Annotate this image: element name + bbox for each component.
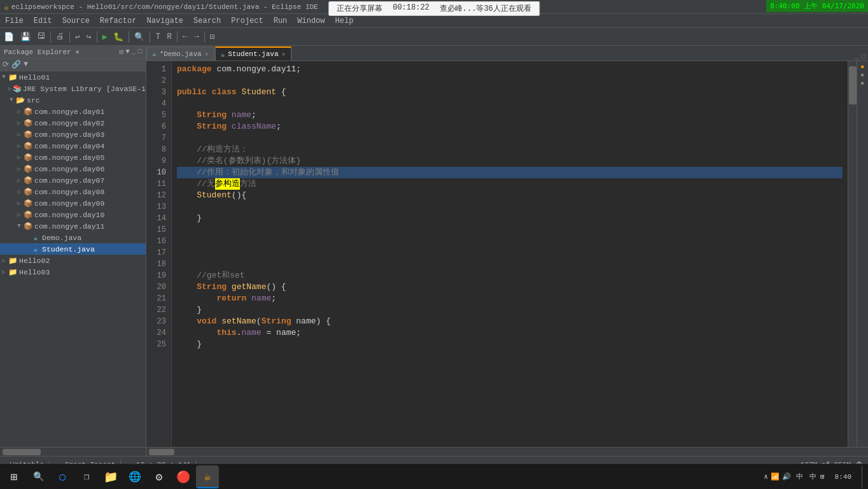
tray-lang-icon: 中 <box>794 472 806 481</box>
highlight-text-11: 参构造 <box>215 178 240 190</box>
tree-day06[interactable]: ▷ 📦 com.nongye.day06 <box>0 163 146 174</box>
tb-sep5 <box>150 31 150 43</box>
tray-up-icon[interactable]: ∧ <box>764 472 768 481</box>
menu-file[interactable]: File <box>0 14 29 27</box>
toolbar-open-type[interactable]: T <box>153 30 163 43</box>
taskview-button[interactable]: ❐ <box>75 465 98 488</box>
tree-hello03[interactable]: ▷ 📁 Hello03 <box>0 266 146 278</box>
tree-hello02[interactable]: ▷ 📁 Hello02 <box>0 255 146 266</box>
toolbar-perspectives[interactable]: ⊡ <box>207 30 218 44</box>
kw-string-5: String <box>197 110 227 121</box>
toolbar-save[interactable]: 💾 <box>18 30 33 44</box>
demo-tab-close[interactable]: ✕ <box>205 50 209 58</box>
label-jre: JRE System Library [JavaSE-1 <box>23 85 146 93</box>
taskbar-clock[interactable]: 8:40 <box>830 473 857 481</box>
explorer-filter-icon[interactable]: ▼ <box>24 60 28 69</box>
toolbar-next-edit[interactable]: → <box>192 30 202 43</box>
toolbar-print[interactable]: 🖨 <box>53 30 67 43</box>
comment-11-pre: //无 <box>177 178 215 190</box>
tree-day10[interactable]: ▷ 📦 com.nongye.day10 <box>0 209 146 220</box>
editor-area: ☕ *Demo.java ✕ ☕ Student.java ✕ _ □ 1 2 … <box>146 46 868 456</box>
tree-project-hello01[interactable]: ▼ 📁 Hello01 <box>0 71 146 83</box>
tree-student-java[interactable]: ☕ Student.java <box>0 243 146 255</box>
settings-taskbar-button[interactable]: ⚙ <box>148 465 171 488</box>
red-app-button[interactable]: 🔴 <box>172 465 195 488</box>
explorer-taskbar-button[interactable]: 📁 <box>99 465 122 488</box>
chrome-taskbar-button[interactable]: 🌐 <box>123 465 146 488</box>
menu-edit[interactable]: Edit <box>29 14 57 27</box>
menu-help[interactable]: Help <box>330 14 359 27</box>
search-button[interactable]: 🔍 <box>27 465 50 488</box>
label-day02: com.nongye.day02 <box>34 119 104 127</box>
student-tab-close[interactable]: ✕ <box>282 50 286 58</box>
kw-string-23: String <box>262 316 291 327</box>
tray-grid-icon[interactable]: ⊞ <box>820 472 825 481</box>
tb-sep3 <box>97 31 97 43</box>
tree-day02[interactable]: ▷ 📦 com.nongye.day02 <box>0 117 146 129</box>
tray-speaker-icon[interactable]: 🔊 <box>782 472 791 481</box>
pkg-icon-day08: 📦 <box>23 187 33 196</box>
toolbar-redo[interactable]: ↪ <box>84 30 94 44</box>
arrow-src: ▼ <box>8 97 15 103</box>
linenum-1: 1 <box>146 64 169 75</box>
label-day03: com.nongye.day03 <box>34 131 104 139</box>
tree-day05[interactable]: ▷ 📦 com.nongye.day05 <box>0 152 146 163</box>
menu-refactor[interactable]: Refactor <box>95 14 142 27</box>
toolbar-undo[interactable]: ↩ <box>73 30 83 44</box>
code-line-18 <box>177 259 843 270</box>
code-line-3: public class Student { <box>177 87 843 98</box>
tab-minimize-icon[interactable]: _ <box>855 53 859 60</box>
vertical-scrollbar[interactable] <box>848 61 857 447</box>
menu-source[interactable]: Source <box>57 14 95 27</box>
horizontal-scrollbar[interactable] <box>146 447 868 456</box>
eclipse-taskbar-button[interactable]: ☕ <box>196 465 219 488</box>
show-desktop-button[interactable] <box>862 465 865 488</box>
cortana-button[interactable]: ◯ <box>51 465 74 488</box>
tree-day08[interactable]: ▷ 📦 com.nongye.day08 <box>0 186 146 197</box>
tab-maximize-icon[interactable]: □ <box>861 53 865 60</box>
tree-jre[interactable]: ▷ 📚 JRE System Library [JavaSE-1 <box>0 83 146 94</box>
vscroll-thumb[interactable] <box>849 66 857 104</box>
toolbar-prev-edit[interactable]: ← <box>180 30 190 43</box>
hscroll-thumb[interactable] <box>149 449 174 455</box>
toolbar-run[interactable]: ▶ <box>100 30 110 44</box>
tree-src[interactable]: ▼ 📂 src <box>0 94 146 106</box>
toolbar-open-resource[interactable]: R <box>164 30 174 43</box>
explorer-min-icon[interactable]: _ <box>132 48 136 56</box>
method-setName: setName <box>221 316 256 327</box>
tree-day11[interactable]: ▼ 📦 com.nongye.day11 <box>0 220 146 232</box>
taskbar: ⊞ 🔍 ◯ ❐ 📁 🌐 ⚙ 🔴 ☕ ∧ 📶 🔊 中 中 ⊞ 8:40 <box>0 464 868 489</box>
toolbar-save-all[interactable]: 🖫 <box>34 30 48 43</box>
pkg-icon-day01: 📦 <box>23 107 33 116</box>
tree-demo-java[interactable]: ☕ Demo.java <box>0 232 146 243</box>
toolbar-debug[interactable]: 🐛 <box>111 30 126 44</box>
explorer-sync-icon[interactable]: ⟳ <box>3 60 9 69</box>
explorer-hscroll-thumb[interactable] <box>3 449 41 455</box>
menu-project[interactable]: Project <box>226 14 268 27</box>
explorer-link-icon[interactable]: 🔗 <box>11 60 21 69</box>
tab-demo[interactable]: ☕ *Demo.java ✕ <box>146 46 214 60</box>
tray-network-icon[interactable]: 📶 <box>771 472 780 481</box>
menu-navigate[interactable]: Navigate <box>141 14 188 27</box>
tree-day07[interactable]: ▷ 📦 com.nongye.day07 <box>0 174 146 186</box>
menu-window[interactable]: Window <box>292 14 330 27</box>
toolbar-search[interactable]: 🔍 <box>132 30 147 44</box>
tree-day04[interactable]: ▷ 📦 com.nongye.day04 <box>0 140 146 152</box>
tree-day03[interactable]: ▷ 📦 com.nongye.day03 <box>0 129 146 140</box>
code-content[interactable]: package com.nongye.day11; public class S… <box>172 61 848 447</box>
toolbar-new[interactable]: 📄 <box>1 30 17 44</box>
start-button[interactable]: ⊞ <box>3 465 25 488</box>
tree-day01[interactable]: ▷ 📦 com.nongye.day01 <box>0 106 146 117</box>
linenum-12: 12 <box>146 190 169 201</box>
explorer-max-icon[interactable]: □ <box>137 48 142 56</box>
tab-student[interactable]: ☕ Student.java ✕ <box>215 46 291 60</box>
explorer-menu-icon[interactable]: ▼ <box>125 48 130 56</box>
menu-run[interactable]: Run <box>269 14 293 27</box>
toolbar: 📄 💾 🖫 🖨 ↩ ↪ ▶ 🐛 🔍 T R ← → ⊡ <box>0 28 868 46</box>
pkg-icon-day03: 📦 <box>23 130 33 139</box>
explorer-collapse-icon[interactable]: ⊟ <box>120 48 124 56</box>
menu-search[interactable]: Search <box>188 14 226 27</box>
tree-day09[interactable]: ▷ 📦 com.nongye.day09 <box>0 197 146 209</box>
gutter-icon-2: ■ <box>861 72 864 78</box>
taskbar-time: 8:40 <box>835 473 851 481</box>
